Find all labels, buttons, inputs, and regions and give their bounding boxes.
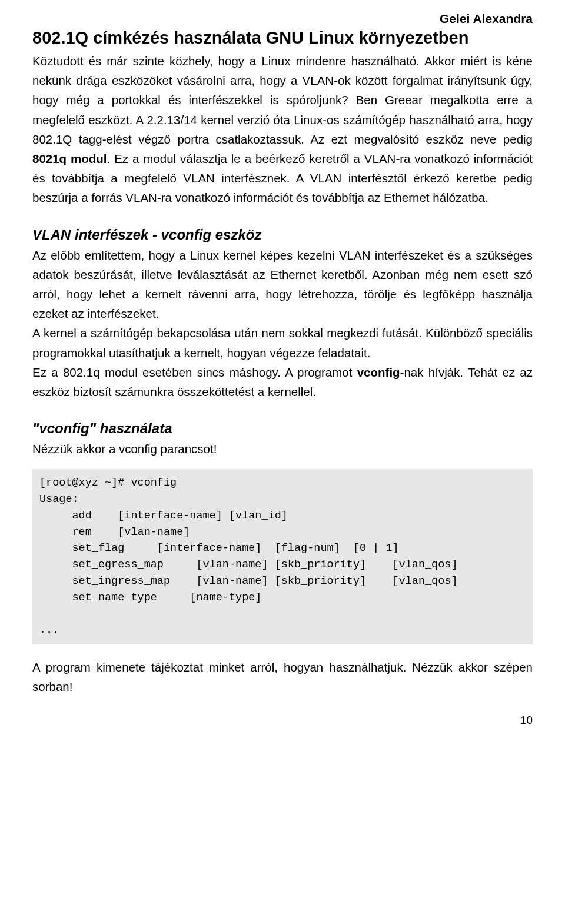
page-number: 10: [32, 714, 533, 727]
code-block-vconfig: [root@xyz ~]# vconfig Usage: add [interf…: [32, 469, 533, 644]
module-name-bold: 8021q modul: [32, 152, 107, 165]
author-name: Gelei Alexandra: [32, 12, 533, 26]
section2-paragraph-b: A kernel a számítógép bekapcsolása után …: [32, 323, 533, 362]
section3-paragraph: Nézzük akkor a vconfig parancsot!: [32, 439, 533, 458]
section2-text-before: Ez a 802.1q modul esetében sincs máshogy…: [32, 365, 357, 379]
section2-paragraph-c: Ez a 802.1q modul esetében sincs máshogy…: [32, 363, 533, 401]
intro-text-a: Köztudott és már szinte közhely, hogy a …: [32, 54, 533, 146]
closing-paragraph: A program kimenete tájékoztat minket arr…: [32, 657, 533, 696]
intro-paragraph: Köztudott és már szinte közhely, hogy a …: [32, 51, 533, 208]
page-title: 802.1Q címkézés használata GNU Linux kör…: [32, 28, 533, 48]
vconfig-bold: vconfig: [357, 365, 400, 379]
intro-text-b: . Ez a modul választja le a beérkező ker…: [32, 152, 533, 204]
section-heading-vconfig: VLAN interfészek - vconfig eszköz: [32, 227, 533, 243]
section2-paragraph-a: Az előbb említettem, hogy a Linux kernel…: [32, 245, 533, 324]
section-heading-usage: "vconfig" használata: [32, 420, 533, 437]
